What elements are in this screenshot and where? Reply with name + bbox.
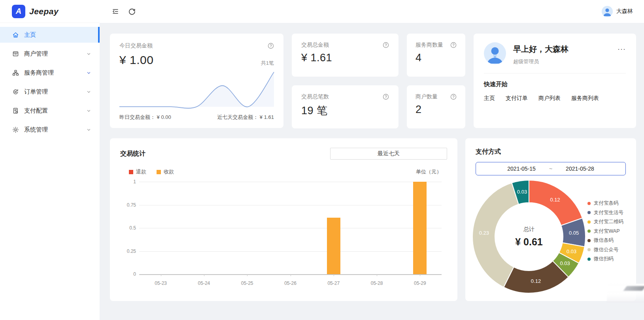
user-menu[interactable]: 大森林: [602, 6, 633, 17]
pay-config-icon: [12, 107, 19, 114]
bar-收款-05-29[interactable]: [413, 182, 427, 274]
greeting-text: 早上好，大森林: [513, 44, 568, 55]
sidebar-item-label: 支付配置: [24, 107, 48, 115]
sidebar-item-4[interactable]: 支付配置: [0, 103, 100, 119]
cluster-icon: [12, 70, 19, 76]
date-end[interactable]: 2021-05-28: [566, 166, 594, 172]
chevron-down-icon: [87, 109, 91, 113]
legend-label: 支付宝条码: [594, 200, 619, 207]
legend-item[interactable]: 退款: [129, 168, 146, 175]
quick-link[interactable]: 支付订单: [506, 95, 528, 102]
donut-legend-item[interactable]: 微信扫码: [587, 254, 623, 264]
total-count-value: 19 笔: [301, 104, 389, 118]
quick-link[interactable]: 主页: [484, 95, 495, 102]
bar-收款-05-27[interactable]: [327, 218, 340, 274]
x-axis-tick-mark: [420, 274, 420, 276]
donut-legend-item[interactable]: 支付宝二维码: [587, 217, 623, 227]
legend-label: 支付宝WAP: [594, 228, 620, 235]
trend-chart-title: 交易统计: [120, 150, 145, 158]
refresh-icon[interactable]: [128, 8, 136, 15]
donut-slice-label: 0.05: [569, 230, 579, 236]
sidebar-item-5[interactable]: 系统管理: [0, 122, 100, 137]
legend-label: 退款: [136, 168, 146, 175]
sidebar-item-2[interactable]: 服务商管理: [0, 65, 100, 81]
sidebar-item-3[interactable]: 订单管理: [0, 84, 100, 100]
gridline: [139, 251, 442, 252]
sidebar-menu: 主页商户管理服务商管理订单管理支付配置系统管理: [0, 27, 100, 137]
legend-swatch-icon: [157, 170, 161, 174]
today-amount-count: 共1笔: [261, 60, 274, 67]
user-name: 大森林: [616, 8, 633, 15]
x-axis-tick-mark: [377, 274, 377, 276]
donut-slice-label: 0.03: [567, 248, 576, 254]
card-total-amount: 交易总金额 ¥ 1.61: [292, 34, 398, 77]
chevron-down-icon: [87, 52, 91, 56]
x-axis-tick: 05-29: [414, 280, 426, 286]
legend-dot-icon: [587, 248, 591, 251]
donut-legend: 支付宝条码支付宝生活号支付宝二维码支付宝WAP微信条码微信公众号微信扫码: [587, 199, 623, 264]
mch-count-title: 商户数量: [415, 93, 438, 100]
user-avatar: [602, 6, 613, 17]
x-axis-tick-mark: [204, 274, 204, 276]
donut-legend-item[interactable]: 支付宝条码: [587, 199, 623, 208]
brand[interactable]: A Jeepay: [0, 0, 100, 23]
total-count-title: 交易总笔数: [301, 93, 329, 100]
legend-label: 支付宝生活号: [594, 209, 623, 216]
quick-link[interactable]: 商户列表: [538, 95, 561, 102]
brand-logo-icon: A: [12, 5, 25, 18]
more-ellipsis-icon[interactable]: ···: [618, 42, 626, 53]
brand-name: Jeepay: [29, 7, 59, 16]
order-icon: [12, 88, 19, 95]
total-amount-value: ¥ 1.61: [301, 52, 389, 64]
sidebar: A Jeepay 主页商户管理服务商管理订单管理支付配置系统管理: [0, 0, 100, 320]
yesterday-amount: 昨日交易金额： ¥ 0.00: [119, 114, 171, 121]
sidebar-item-label: 订单管理: [24, 88, 48, 96]
total-amount-title: 交易总金额: [301, 41, 329, 49]
donut-legend-item[interactable]: 支付宝WAP: [587, 227, 623, 236]
x-axis-tick: 05-24: [198, 280, 210, 286]
donut-legend-item[interactable]: 微信条码: [587, 236, 623, 245]
today-amount-title: 今日交易金额: [119, 42, 153, 49]
question-circle-icon[interactable]: [450, 42, 457, 48]
menu-fold-icon[interactable]: [111, 8, 119, 15]
unit-label: 单位（元）: [416, 168, 447, 175]
donut-slice-支付宝条码[interactable]: [529, 180, 582, 226]
legend-label: 微信公众号: [594, 247, 619, 253]
legend-dot-icon: [587, 211, 591, 214]
x-axis-tick: 05-27: [327, 280, 340, 286]
card-pay-method: 支付方式 2021-05-15 ~ 2021-05-28 0.120.050.0…: [465, 138, 636, 301]
donut-legend-item[interactable]: 支付宝生活号: [587, 208, 623, 218]
legend-label: 收款: [164, 168, 174, 175]
chevron-down-icon: [87, 128, 91, 132]
legend-swatch-icon: [129, 170, 133, 174]
card-isv-count: 服务商数量 4: [407, 34, 465, 77]
legend-label: 微信条码: [594, 237, 614, 244]
legend-dot-icon: [587, 230, 591, 233]
x-axis-tick: 05-25: [241, 280, 253, 286]
date-start[interactable]: 2021-05-15: [507, 166, 536, 172]
bar-legend: 退款收款 单位（元）: [120, 168, 447, 175]
divider: [484, 73, 626, 73]
range-select[interactable]: 最近七天: [330, 148, 447, 160]
sidebar-item-1[interactable]: 商户管理: [0, 46, 100, 62]
date-range-picker[interactable]: 2021-05-15 ~ 2021-05-28: [476, 162, 626, 175]
question-circle-icon[interactable]: [383, 94, 389, 100]
isv-count-value: 4: [415, 52, 457, 64]
donut-slice-label: 0.23: [479, 230, 489, 236]
donut-slice-label: 0.12: [531, 278, 541, 284]
donut-legend-item[interactable]: 微信公众号: [587, 245, 623, 255]
legend-label: 支付宝二维码: [594, 218, 623, 225]
legend-dot-icon: [587, 202, 591, 205]
legend-dot-icon: [587, 258, 591, 261]
card-mch-count: 商户数量 2: [407, 85, 465, 128]
legend-item[interactable]: 收款: [157, 168, 174, 175]
topbar: 大森林: [100, 0, 644, 23]
question-circle-icon[interactable]: [450, 94, 457, 100]
question-circle-icon[interactable]: [383, 42, 389, 48]
sidebar-item-home[interactable]: 主页: [0, 27, 100, 43]
question-circle-icon[interactable]: [268, 43, 274, 49]
x-axis-tick: 05-23: [155, 280, 167, 286]
quick-link[interactable]: 服务商列表: [571, 95, 599, 102]
x-axis-tick-mark: [161, 274, 161, 276]
quick-start-title: 快速开始: [484, 81, 626, 88]
